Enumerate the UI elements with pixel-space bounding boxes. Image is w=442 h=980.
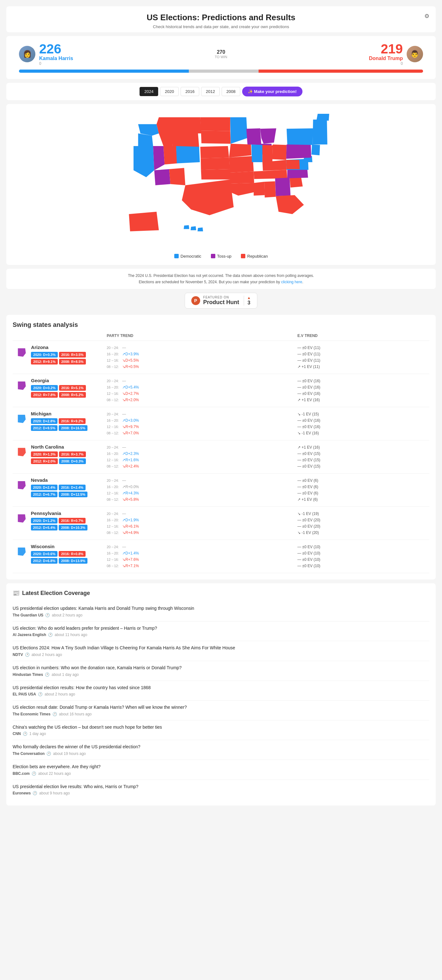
state-hawaii-1[interactable]	[184, 225, 189, 229]
party-trends: 20→24: — 16→20: ↗D+1.9% 12→16: ↘R+6.1% 0…	[107, 511, 295, 536]
trend-value: ↗R+4.3%	[122, 491, 139, 495]
settings-icon[interactable]: ⚙	[424, 13, 429, 20]
state-new-jersey[interactable]	[312, 145, 320, 155]
state-california[interactable]	[133, 146, 154, 177]
state-hawaii-2[interactable]	[191, 226, 196, 230]
state-nevada[interactable]	[153, 146, 165, 170]
trend-period: 12→16:	[107, 525, 121, 528]
state-alaska[interactable]	[129, 212, 159, 231]
state-mississippi[interactable]	[254, 182, 265, 196]
news-item[interactable]: US presidential election results: How th…	[13, 681, 429, 701]
state-tennessee[interactable]	[254, 170, 287, 179]
state-florida[interactable]	[276, 195, 304, 214]
state-ohio[interactable]	[272, 145, 287, 160]
state-maine[interactable]	[317, 114, 329, 121]
state-pennsylvania[interactable]	[286, 145, 311, 159]
ev-row: — ±0 EV (11)	[298, 357, 361, 364]
trend-value: —	[122, 445, 126, 450]
trend-period: 08→12:	[107, 465, 121, 468]
news-time-icon: 🕐	[23, 732, 27, 736]
state-badges: 2020: D+0.6%2016: R+0.8%2012: D+6.8%2008…	[31, 551, 104, 564]
news-item[interactable]: US presidential election updates: Kamala…	[13, 601, 429, 622]
news-meta: The Conversation 🕐 about 19 hours ago	[13, 751, 429, 756]
state-wisconsin[interactable]	[246, 128, 261, 145]
state-oklahoma[interactable]	[201, 169, 231, 180]
party-trends: 20→24: — 16→20: ↗D+1.4% 12→16: ↘R+7.6% 0…	[107, 544, 295, 569]
news-meta: BBC.com 🕐 about 22 hours ago	[13, 772, 429, 776]
ev-trends: ↗ +1 EV (16) — ±0 EV (15) — ±0 EV (15) —…	[298, 444, 361, 469]
col-state	[16, 334, 104, 338]
state-south-carolina[interactable]	[290, 177, 303, 188]
trend-period: 08→12:	[107, 431, 121, 435]
state-nebraska[interactable]	[200, 146, 229, 158]
state-illinois[interactable]	[251, 145, 262, 162]
news-item[interactable]: China's watching the US election – but d…	[13, 721, 429, 740]
trend-value: ↘R+7.6%	[122, 557, 139, 562]
news-item[interactable]: US presidential election live results: W…	[13, 780, 429, 800]
trend-value: ↘R+5.8%	[122, 497, 139, 502]
state-louisiana[interactable]	[230, 183, 255, 196]
party-trends: 20→24: — 16→20: ↗D+3.9% 12→16: ↘D+5.5% 0…	[107, 345, 295, 370]
state-kansas[interactable]	[201, 158, 230, 170]
news-item[interactable]: US election: Who do world leaders prefer…	[13, 622, 429, 641]
col-ev-trend: E.V TREND	[298, 334, 361, 338]
state-north-carolina[interactable]	[287, 169, 308, 178]
state-badges: 2020: R+1.3%2016: R+3.7%2012: R+2.0%2008…	[31, 452, 104, 464]
tab-2020[interactable]: 2020	[160, 87, 179, 96]
state-michigan[interactable]	[260, 128, 276, 144]
state-utah[interactable]	[163, 146, 177, 164]
state-texas[interactable]	[182, 180, 234, 215]
state-new-mexico[interactable]	[169, 168, 185, 185]
state-shape	[16, 511, 27, 527]
ph-badge-inner[interactable]: P FEATURED ON Product Hunt ▲ 3	[185, 293, 258, 309]
state-badge: 2020: D+0.6%	[31, 551, 58, 557]
trend-period: 20→24:	[107, 346, 121, 350]
ev-row: — ±0 EV (15)	[298, 463, 361, 469]
ev-row: — ±0 EV (16)	[298, 378, 361, 384]
tab-2012[interactable]: 2012	[201, 87, 220, 96]
trend-value: ↗D+3.0%	[122, 418, 139, 423]
tab-2008[interactable]: 2008	[222, 87, 240, 96]
state-new-england[interactable]	[312, 119, 327, 145]
product-hunt-badge[interactable]: P FEATURED ON Product Hunt ▲ 3	[6, 293, 436, 309]
state-new-york[interactable]	[287, 128, 313, 145]
state-alabama[interactable]	[264, 181, 276, 197]
tab-2016[interactable]: 2016	[181, 87, 199, 96]
state-indiana[interactable]	[262, 145, 273, 162]
trend-period: 12→16:	[107, 458, 121, 462]
tab-2024[interactable]: 2024	[139, 87, 158, 96]
trend-row: 16→20: ↗D+2.3%	[107, 450, 295, 457]
state-badge: 2016: R+0.8%	[59, 551, 86, 557]
predict-button[interactable]: ✨ Make your prediction!	[242, 87, 303, 96]
state-arkansas[interactable]	[230, 171, 254, 184]
trend-period: 20→24:	[107, 379, 121, 383]
state-minnesota[interactable]	[230, 117, 247, 144]
trend-period: 16→20:	[107, 551, 121, 555]
state-north-dakota[interactable]	[200, 117, 230, 131]
news-item[interactable]: US Elections 2024: How A Tiny South Indi…	[13, 641, 429, 661]
state-west-virginia[interactable]	[286, 160, 299, 169]
ev-trends: ↘ -1 EV (15) — ±0 EV (16) — ±0 EV (16) ↘…	[298, 411, 361, 436]
state-arizona[interactable]	[154, 169, 171, 185]
ev-row: — ±0 EV (20)	[298, 517, 361, 523]
state-missouri[interactable]	[229, 156, 254, 173]
clicking-here-link[interactable]: clicking here	[281, 280, 302, 284]
state-south-dakota[interactable]	[201, 130, 231, 144]
news-item[interactable]: US election in numbers: Who won the dona…	[13, 661, 429, 681]
state-georgia[interactable]	[275, 178, 290, 196]
state-colorado[interactable]	[176, 146, 200, 164]
news-title: 📰 Latest Election Coverage	[13, 590, 429, 597]
news-item[interactable]: Who formally declares the winner of the …	[13, 740, 429, 760]
state-wyoming[interactable]	[171, 134, 199, 147]
state-badges: 2020: D+1.2%2016: R+0.7%2012: D+5.4%2008…	[31, 518, 104, 530]
state-name: Michigan	[31, 411, 104, 416]
state-iowa[interactable]	[229, 144, 252, 158]
harris-avatar: 👩	[19, 46, 35, 62]
harris-candidate: 👩 226 Kamala Harris 0	[19, 42, 73, 66]
state-name: Wisconsin	[31, 544, 104, 549]
state-hawaii-3[interactable]	[198, 227, 203, 231]
news-meta: Euronews 🕐 about 9 hours ago	[13, 791, 429, 795]
trend-row: 20→24: —	[107, 411, 295, 417]
news-item[interactable]: US election result date: Donald Trump or…	[13, 700, 429, 721]
news-item[interactable]: Election bets are everywhere. Are they r…	[13, 760, 429, 780]
